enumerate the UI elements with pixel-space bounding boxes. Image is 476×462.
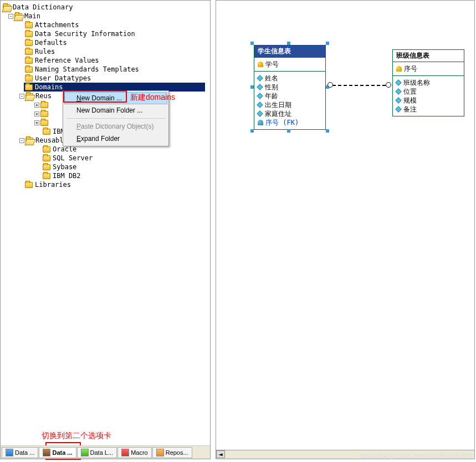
tree-item[interactable]: Naming Standards Templates: [2, 65, 209, 74]
folder-icon: [40, 102, 48, 108]
entity-pk-section: 学号: [254, 58, 325, 72]
tree-item[interactable]: IBM DB2: [2, 171, 209, 180]
entity-col[interactable]: 位置: [396, 87, 460, 96]
folder-icon: [43, 164, 50, 170]
entity-title: 班级信息表: [393, 50, 464, 62]
entity-col[interactable]: 年龄: [258, 92, 322, 100]
tree-item[interactable]: Reference Values: [2, 56, 209, 65]
collapse-icon[interactable]: -: [8, 14, 13, 19]
fk-icon: [258, 120, 263, 125]
col-label: 规模: [403, 96, 417, 105]
folder-icon: [43, 155, 50, 161]
col-label: 序号 (FK): [265, 118, 299, 127]
expand-icon[interactable]: +: [34, 120, 39, 125]
collapse-icon[interactable]: -: [19, 94, 24, 99]
tab-icon: [81, 449, 89, 456]
relationship-endpoint[interactable]: [386, 82, 391, 88]
watermark: https://blog.csdn.net/ma286388309: [359, 451, 472, 460]
tab-data-2[interactable]: Data ...: [39, 447, 76, 458]
tree-item-label: Attachments: [35, 21, 79, 29]
tab-repos[interactable]: Repos...: [152, 447, 192, 458]
attr-icon: [395, 97, 401, 103]
relationship-line[interactable]: [332, 85, 386, 86]
entity-col[interactable]: 出生日期: [258, 100, 322, 109]
tree-item[interactable]: SQL Server: [2, 154, 209, 163]
col-label: 家庭住址: [265, 109, 291, 118]
tree-item-label: [50, 100, 54, 109]
expand-icon[interactable]: +: [34, 103, 39, 108]
tab-data-l[interactable]: Data L...: [77, 447, 117, 458]
ctx-label: New Domain Folder ...: [76, 106, 142, 114]
tree-libraries-label: Libraries: [35, 180, 71, 189]
entity-col[interactable]: 性别: [258, 83, 322, 92]
tab-data-1[interactable]: Data ...: [2, 447, 38, 458]
tab-label: Data ...: [52, 449, 72, 456]
resize-handle[interactable]: [287, 42, 290, 45]
tree-item-label: Defaults: [35, 38, 67, 47]
resize-handle[interactable]: [287, 129, 290, 133]
folder-icon: [43, 146, 50, 153]
folder-icon: [25, 31, 33, 37]
ctx-paste: Paste Dictionary Object(s): [64, 120, 167, 133]
key-icon: [258, 62, 263, 67]
collapse-icon[interactable]: -: [19, 138, 24, 143]
folder-icon: [25, 40, 33, 46]
annotation-box-new-domain: [63, 90, 127, 103]
scroll-left-icon[interactable]: ◄: [216, 450, 225, 458]
folder-icon: [40, 120, 48, 126]
tab-icon: [43, 449, 50, 456]
relationship-endpoint[interactable]: [327, 82, 333, 88]
tree-item[interactable]: User Datatypes: [2, 74, 209, 83]
tree-item-label: Naming Standards Templates: [35, 65, 139, 74]
attr-icon: [395, 106, 401, 112]
tree-main[interactable]: - Main: [2, 12, 209, 21]
bottom-tab-bar: Data ... Data ... Data L... Macro Repos.…: [1, 445, 210, 459]
entity-col[interactable]: 家庭住址: [258, 109, 322, 118]
col-label: 备注: [403, 105, 417, 114]
tab-icon: [156, 449, 164, 456]
col-label: 性别: [265, 83, 278, 92]
folder-icon: [25, 22, 33, 28]
col-label: 年龄: [265, 92, 278, 100]
entity-col[interactable]: 备注: [396, 105, 460, 114]
tree-item-label: IBM DB2: [53, 171, 81, 180]
tree-item-label: User Datatypes: [35, 74, 91, 83]
folder-icon: [43, 173, 50, 179]
tab-label: Data L...: [90, 449, 114, 456]
tree-item[interactable]: Defaults: [2, 38, 209, 47]
tree-item[interactable]: Attachments: [2, 21, 209, 29]
resize-handle[interactable]: [326, 129, 329, 133]
tree-item-label: Data Security Information: [35, 29, 135, 38]
folder-icon: [40, 111, 48, 117]
resize-handle[interactable]: [250, 85, 254, 89]
tree-libraries[interactable]: Libraries: [2, 180, 209, 189]
attr-icon: [395, 88, 401, 94]
resize-handle[interactable]: [250, 129, 254, 133]
entity-col[interactable]: 班级名称: [396, 78, 460, 87]
entity-pk-col[interactable]: 序号: [396, 64, 460, 73]
resize-handle[interactable]: [250, 42, 254, 45]
tree-root[interactable]: Data Dictionary: [2, 3, 209, 12]
entity-pk-col[interactable]: 学号: [258, 60, 322, 69]
tree-item[interactable]: Rules: [2, 47, 209, 56]
entity-body: 班级名称 位置 规模 备注: [393, 76, 464, 116]
attr-icon: [257, 84, 263, 90]
ctx-expand-folder[interactable]: Expand Folder: [64, 133, 167, 145]
ctx-new-domain-folder[interactable]: New Domain Folder ...: [64, 104, 167, 116]
folder-icon: [25, 75, 33, 82]
folder-icon: [25, 58, 33, 64]
tab-macro[interactable]: Macro: [117, 447, 152, 458]
diagram-canvas[interactable]: 学生信息表 学号 姓名 性别 年龄 出生日期 家庭住址 序号 (FK) 班级信息…: [216, 0, 475, 459]
entity-class[interactable]: 班级信息表 序号 班级名称 位置 规模 备注: [392, 49, 464, 116]
entity-title: 学生信息表: [254, 45, 325, 58]
entity-col[interactable]: 规模: [396, 96, 460, 105]
entity-fk-col[interactable]: 序号 (FK): [258, 118, 322, 127]
entity-col[interactable]: 姓名: [258, 74, 322, 83]
tree-item[interactable]: Data Security Information: [2, 29, 209, 38]
menu-separator: [66, 118, 165, 119]
annotation-new-domain: 新建domains: [130, 93, 175, 103]
resize-handle[interactable]: [326, 42, 329, 45]
expand-icon[interactable]: +: [34, 111, 39, 116]
tree-item[interactable]: Sybase: [2, 163, 209, 171]
entity-student[interactable]: 学生信息表 学号 姓名 性别 年龄 出生日期 家庭住址 序号 (FK): [254, 45, 326, 130]
